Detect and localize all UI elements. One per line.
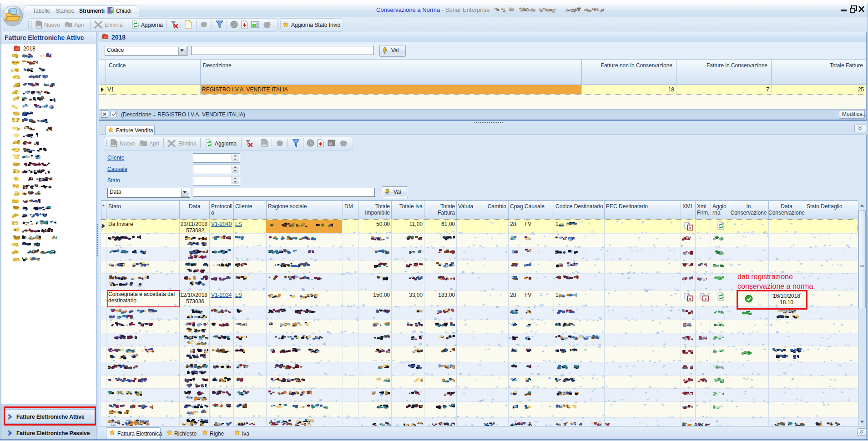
svg-text:x: x [689, 297, 691, 301]
svg-text:x: x [705, 297, 707, 301]
